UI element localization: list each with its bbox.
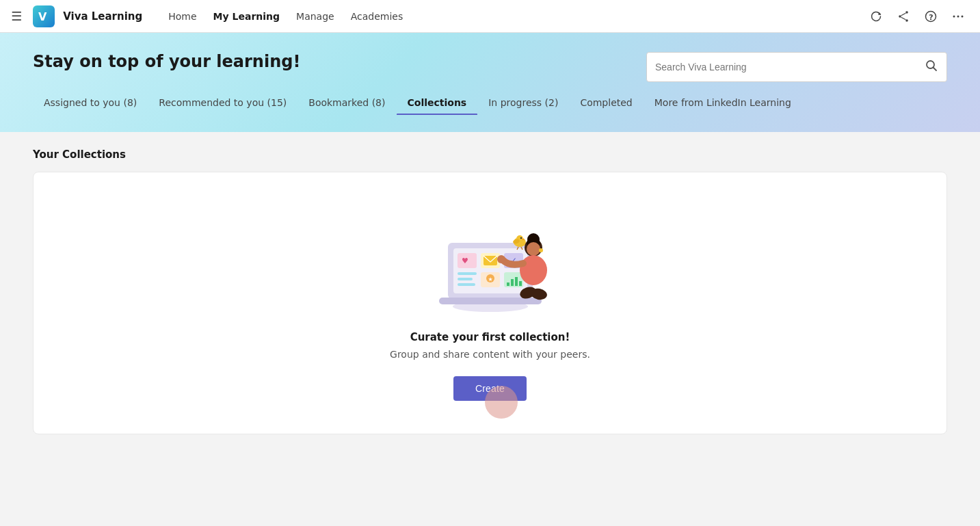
svg-point-45 [527, 242, 540, 256]
tab-collections[interactable]: Collections [397, 90, 478, 115]
title-bar-actions: ? [865, 5, 969, 27]
nav-home[interactable]: Home [161, 7, 203, 26]
svg-line-13 [933, 68, 937, 71]
svg-text:♥: ♥ [462, 257, 468, 265]
nav-manage[interactable]: Manage [289, 7, 341, 26]
svg-rect-25 [458, 272, 477, 275]
svg-point-46 [539, 248, 543, 252]
tab-completed[interactable]: Completed [569, 90, 643, 115]
create-collection-button[interactable]: Create [453, 376, 527, 401]
svg-rect-34 [519, 281, 522, 286]
search-bar-container [646, 52, 947, 82]
hamburger-menu[interactable]: ☰ [11, 9, 22, 23]
tab-inprogress[interactable]: In progress (2) [477, 90, 569, 115]
search-icon[interactable] [925, 59, 938, 75]
svg-text:?: ? [929, 12, 933, 21]
app-title: Viva Learning [63, 10, 142, 23]
title-bar: ☰ V Viva Learning Home My Learning Manag… [0, 0, 980, 33]
svg-rect-32 [511, 279, 514, 286]
svg-text:V: V [38, 10, 47, 23]
svg-rect-33 [515, 277, 518, 286]
top-nav: Home My Learning Manage Academies [161, 7, 857, 26]
collections-card: ♥ ★ ✓ [33, 172, 947, 434]
illustration: ♥ ★ ✓ [422, 205, 559, 315]
refresh-icon[interactable] [865, 5, 887, 27]
main-content: Stay on top of your learning! Assigned t… [0, 33, 980, 526]
svg-rect-31 [507, 282, 509, 286]
tab-linkedin[interactable]: More from LinkedIn Learning [644, 90, 802, 115]
tab-bookmarked[interactable]: Bookmarked (8) [297, 90, 396, 115]
help-icon[interactable]: ? [920, 5, 942, 27]
svg-point-47 [520, 255, 547, 285]
collections-empty-title: Curate your first collection! [410, 331, 570, 343]
search-input[interactable] [655, 62, 919, 73]
tab-assigned[interactable]: Assigned to you (8) [33, 90, 148, 115]
svg-point-2 [905, 11, 908, 14]
tab-recommended[interactable]: Recommended to you (15) [148, 90, 297, 115]
svg-line-6 [901, 17, 906, 20]
sub-nav: Assigned to you (8) Recommended to you (… [33, 90, 947, 115]
hero-banner: Stay on top of your learning! Assigned t… [0, 33, 980, 132]
search-wrapper [646, 52, 947, 82]
svg-point-4 [899, 15, 901, 18]
svg-point-9 [953, 15, 955, 17]
svg-point-3 [905, 19, 908, 22]
svg-point-10 [957, 15, 959, 17]
nav-my-learning[interactable]: My Learning [207, 7, 287, 26]
svg-point-11 [962, 15, 964, 17]
page-body: Your Collections ♥ [0, 132, 980, 526]
more-options-icon[interactable] [947, 5, 969, 27]
nav-academies[interactable]: Academies [344, 7, 410, 26]
svg-point-48 [497, 255, 505, 263]
svg-text:★: ★ [488, 276, 492, 282]
collections-empty-subtitle: Group and share content with your peers. [390, 349, 590, 360]
svg-point-37 [520, 237, 521, 239]
share-icon[interactable] [892, 5, 914, 27]
svg-line-5 [901, 13, 906, 16]
section-title: Your Collections [33, 148, 947, 161]
svg-rect-26 [458, 278, 473, 280]
svg-rect-27 [458, 283, 475, 286]
app-logo: V [33, 5, 55, 27]
